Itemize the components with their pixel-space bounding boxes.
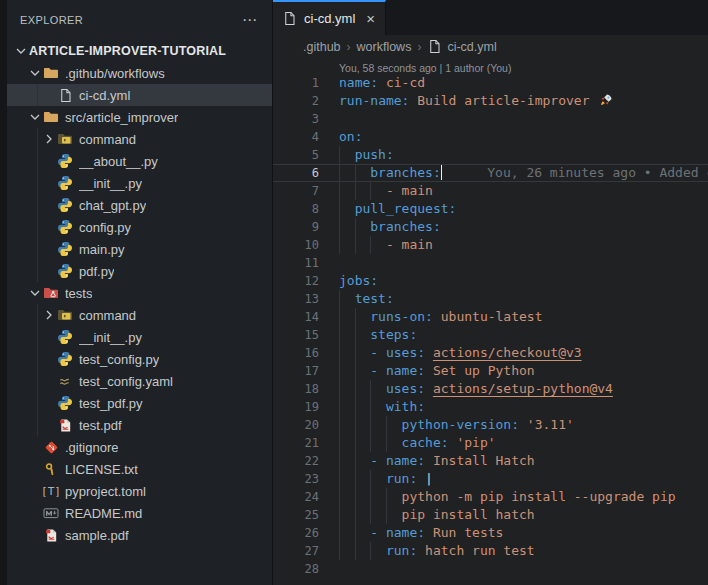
indent-guide <box>355 506 356 524</box>
svg-text:[T]: [T] <box>43 485 59 498</box>
tree-item-readme-md[interactable]: README.md <box>7 502 272 524</box>
indent-guide <box>355 416 356 434</box>
tree-item-init-py[interactable]: __init__.py <box>7 326 272 348</box>
code-line-6[interactable]: 6branches:You, 26 minutes ago • Added c <box>273 164 708 182</box>
tree-item-about-py[interactable]: __about__.py <box>7 150 272 172</box>
tree-item-article-improver-tutorial[interactable]: ARTICLE-IMPROVER-TUTORIAL <box>7 40 272 62</box>
code-token: Run tests <box>425 525 503 540</box>
code-token: run-name: <box>339 93 409 108</box>
tree-item-tests[interactable]: tests <box>7 282 272 304</box>
action-link[interactable]: actions/checkout@v3 <box>433 345 582 360</box>
tree-item-config-py[interactable]: config.py <box>7 216 272 238</box>
tree-item-label: pyproject.toml <box>65 484 146 499</box>
tab-bar: ci-cd.yml × <box>273 0 708 35</box>
indent-guide <box>339 488 340 506</box>
tree-item-label: test_pdf.py <box>79 396 143 411</box>
indent-guide <box>339 362 340 380</box>
more-actions-icon[interactable]: ⋯ <box>242 11 258 29</box>
code-editor[interactable]: 1name: ci-cd2run-name: Build article-imp… <box>273 74 708 578</box>
indent-guide <box>355 362 356 380</box>
code-line-5[interactable]: 5push: <box>273 146 708 164</box>
code-token: Build article-improver <box>409 93 597 108</box>
code-line-11[interactable]: 11 <box>273 254 708 272</box>
explorer-sidebar: EXPLORER ⋯ ARTICLE-IMPROVER-TUTORIAL.git… <box>7 0 272 585</box>
code-line-20[interactable]: 20python-version: '3.11' <box>273 416 708 434</box>
tree-item-gitignore[interactable]: .gitignore <box>7 436 272 458</box>
line-number: 9 <box>273 218 319 236</box>
tab-ci-cd-yml[interactable]: ci-cd.yml × <box>273 0 386 35</box>
indent-guide <box>339 524 340 542</box>
tree-item-github-workflows[interactable]: .github/workflows <box>7 62 272 84</box>
code-line-12[interactable]: 12jobs: <box>273 272 708 290</box>
tree-item-label: ci-cd.yml <box>79 88 130 103</box>
code-line-25[interactable]: 25pip install hatch <box>273 506 708 524</box>
code-token: branches: <box>370 165 440 180</box>
tab-label: ci-cd.yml <box>304 11 355 26</box>
indent-guide <box>339 398 340 416</box>
tree-item-test-config-yaml[interactable]: test_config.yaml <box>7 370 272 392</box>
action-link[interactable]: actions/setup-python@v4 <box>433 381 613 396</box>
code-line-2[interactable]: 2run-name: Build article-improver <box>273 92 708 110</box>
code-line-19[interactable]: 19with: <box>273 398 708 416</box>
line-number: 26 <box>273 524 319 542</box>
code-line-24[interactable]: 24python -m pip install --upgrade pip <box>273 488 708 506</box>
indent-guide <box>339 470 340 488</box>
code-line-14[interactable]: 14runs-on: ubuntu-latest <box>273 308 708 326</box>
tree-item-test-pdf[interactable]: test.pdf <box>7 414 272 436</box>
tree-item-src-article-improver[interactable]: src/article_improver <box>7 106 272 128</box>
code-line-10[interactable]: 10- main <box>273 236 708 254</box>
code-line-15[interactable]: 15steps: <box>273 326 708 344</box>
code-line-18[interactable]: 18uses: actions/setup-python@v4 <box>273 380 708 398</box>
code-line-17[interactable]: 17- name: Set up Python <box>273 362 708 380</box>
tree-item-chat-gpt-py[interactable]: chat_gpt.py <box>7 194 272 216</box>
code-line-21[interactable]: 21cache: 'pip' <box>273 434 708 452</box>
code-line-1[interactable]: 1name: ci-cd <box>273 74 708 92</box>
tree-item-label: __init__.py <box>79 330 142 345</box>
tree-item-license-txt[interactable]: LICENSE.txt <box>7 458 272 480</box>
code-line-9[interactable]: 9branches: <box>273 218 708 236</box>
indent-guide <box>355 380 356 398</box>
code-token: Install Hatch <box>425 453 535 468</box>
code-line-22[interactable]: 22- name: Install Hatch <box>273 452 708 470</box>
git-icon <box>43 439 59 455</box>
tree-item-sample-pdf[interactable]: sample.pdf <box>7 524 272 546</box>
code-line-8[interactable]: 8pull_request: <box>273 200 708 218</box>
tree-item-main-py[interactable]: main.py <box>7 238 272 260</box>
tree-item-test-pdf-py[interactable]: test_pdf.py <box>7 392 272 414</box>
tree-item-ci-cd-yml[interactable]: ci-cd.yml <box>7 84 272 106</box>
line-number: 7 <box>273 182 319 200</box>
tree-item-label: .gitignore <box>65 440 118 455</box>
tree-item-pdf-py[interactable]: pdf.py <box>7 260 272 282</box>
code-line-16[interactable]: 16- uses: actions/checkout@v3 <box>273 344 708 362</box>
tree-item-test-config-py[interactable]: test_config.py <box>7 348 272 370</box>
tree-item-command[interactable]: command <box>7 304 272 326</box>
code-line-28[interactable]: 28 <box>273 560 708 578</box>
code-line-26[interactable]: 26- name: Run tests <box>273 524 708 542</box>
close-icon[interactable]: × <box>366 11 375 26</box>
breadcrumb-item-ci-cd-yml[interactable]: ci-cd.yml <box>427 39 496 54</box>
code-line-7[interactable]: 7- main <box>273 182 708 200</box>
code-line-3[interactable]: 3 <box>273 110 708 128</box>
breadcrumb-item-github[interactable]: .github <box>303 40 341 54</box>
tree-item-label: test_config.yaml <box>79 374 173 389</box>
code-token: python -m pip install --upgrade pip <box>402 489 676 504</box>
chevron-down-icon <box>27 65 43 81</box>
tree-item-pyproject-toml[interactable]: [T]pyproject.toml <box>7 480 272 502</box>
code-line-27[interactable]: 27run: hatch run test <box>273 542 708 560</box>
tree-item-label: config.py <box>79 220 131 235</box>
code-token <box>425 345 433 360</box>
code-line-4[interactable]: 4on: <box>273 128 708 146</box>
code-line-23[interactable]: 23run: | <box>273 470 708 488</box>
tree-item-init-py[interactable]: __init__.py <box>7 172 272 194</box>
code-token: ci-cd <box>378 75 425 90</box>
python-icon <box>57 395 73 411</box>
tree-item-command[interactable]: command <box>7 128 272 150</box>
toml-icon: [T] <box>43 483 59 499</box>
code-line-13[interactable]: 13test: <box>273 290 708 308</box>
breadcrumb-item-workflows[interactable]: workflows <box>357 40 412 54</box>
tree-item-label: chat_gpt.py <box>79 198 146 213</box>
chevron-down-icon <box>27 285 43 301</box>
line-number: 27 <box>273 542 319 560</box>
python-icon <box>57 197 73 213</box>
indent-guide <box>355 398 356 416</box>
